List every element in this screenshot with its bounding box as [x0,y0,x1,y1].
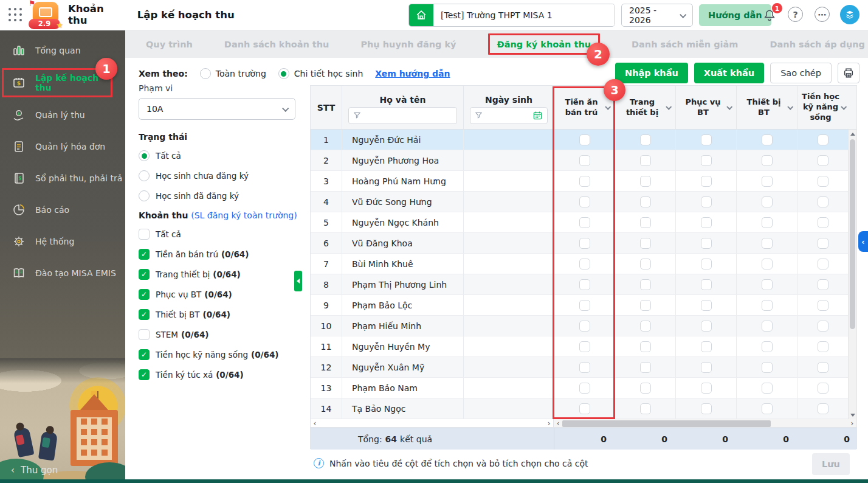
fee-checkbox[interactable] [701,383,712,394]
filter-panel-collapse-handle[interactable] [294,271,302,291]
tab-danh-sach-chinh-sach-gia[interactable]: Danh sách áp dụng chính sách giá [770,40,868,49]
tab-danh-sach-khoan-thu[interactable]: Danh sách khoản thu [224,40,329,49]
fee-checkbox[interactable] [579,300,590,311]
notifications-bell-icon[interactable]: 1 [761,7,778,24]
fee-checkbox[interactable] [579,321,590,332]
fee-checkbox[interactable] [579,217,590,228]
table-row[interactable]: 5Nguyễn Ngọc Khánh [311,212,856,233]
school-year-select[interactable]: 2025 - 2026 [621,4,693,27]
more-options-icon[interactable]: ⋯ [815,7,830,22]
fee-checkbox[interactable] [701,134,712,145]
app-launcher-icon[interactable] [9,8,23,23]
sidebar-collapse-button[interactable]: ‹ Thu gọn [11,465,58,476]
fee-checkbox[interactable] [818,362,828,373]
sidebar-item-so-phai-thu[interactable]: $ Sổ phải thu, phải trả [0,164,125,192]
sidebar-item-lap-ke-hoach-thu[interactable]: $ Lập kế hoạch thu 1 [2,68,112,97]
tab-dang-ky-khoan-thu[interactable]: Đăng ký khoản thu [497,40,591,49]
fee-checkbox[interactable] [762,341,773,352]
fee-checkbox[interactable] [579,155,590,166]
fee-checkbox[interactable] [579,341,590,352]
fee-checkbox-tien-an-ban-tru[interactable]: Tiền ăn bán trú (0/64) [139,249,304,260]
sidebar-item-quan-ly-hoa-don[interactable]: Quản lý hóa đơn [0,133,125,161]
status-radio-da-dang-ky[interactable]: Học sinh đã đăng ký [139,190,304,201]
fee-checkbox[interactable] [818,176,828,187]
fee-checkbox[interactable] [579,196,590,207]
fee-checkbox[interactable] [701,321,712,332]
fee-checkbox[interactable] [818,238,828,249]
fee-checkbox[interactable] [701,259,712,269]
fee-checkbox[interactable] [818,341,828,352]
fee-checkbox[interactable] [579,134,590,145]
table-row[interactable]: 2Nguyễn Phương Hoa [311,150,856,171]
column-header-thiet-bi-bt[interactable]: Thiết bị BT [737,86,797,129]
user-avatar[interactable] [840,5,859,24]
fee-checkbox[interactable] [818,279,828,290]
fee-checkbox[interactable] [701,341,712,352]
fee-checkbox[interactable] [640,403,651,414]
sidebar-item-dao-tao[interactable]: Đào tạo MISA EMIS [0,259,125,287]
status-radio-tat-ca[interactable]: Tất cả [139,150,304,161]
fee-checkbox[interactable] [640,300,651,311]
table-row[interactable]: 12Nguyễn Xuân Mỹ [311,357,856,378]
fee-checkbox[interactable] [762,176,773,187]
sidebar-item-bao-cao[interactable]: Báo cáo [0,196,125,224]
fee-total-link[interactable]: (SL đăng ký toàn trường) [191,210,297,220]
table-row[interactable]: 11Nguyễn Huyền My [311,336,856,357]
fee-checkbox[interactable] [762,134,773,145]
copy-button[interactable]: Sao chép [770,63,832,83]
dob-filter-input[interactable] [470,107,548,124]
fee-checkbox[interactable] [579,383,590,394]
fee-checkbox[interactable] [762,321,773,332]
fee-checkbox[interactable] [701,403,712,414]
fee-checkbox[interactable] [762,362,773,373]
scroll-down-arrow[interactable] [849,411,857,419]
fee-checkbox[interactable] [762,259,773,269]
fee-checkbox-thiet-bi-bt[interactable]: Thiết bị BT (0/64) [139,309,304,320]
fee-checkbox[interactable] [640,383,651,394]
sidebar-item-he-thong[interactable]: Hệ thống [0,228,125,255]
fee-checkbox[interactable] [640,238,651,249]
fee-checkbox[interactable] [701,196,712,207]
fee-checkbox-stem[interactable]: STEM (0/64) [139,329,304,340]
fee-checkbox[interactable] [701,300,712,311]
fee-checkbox[interactable] [640,321,651,332]
fee-checkbox[interactable] [640,196,651,207]
fee-checkbox[interactable] [818,259,828,269]
fee-checkbox[interactable] [701,217,712,228]
fee-checkbox[interactable] [818,383,828,394]
fee-checkbox[interactable] [701,362,712,373]
fee-checkbox-ky-tuc-xa[interactable]: Tiền ký túc xá (0/64) [139,369,304,380]
fee-checkbox[interactable] [579,279,590,290]
help-icon[interactable]: ? [788,7,803,22]
fee-checkbox[interactable] [762,403,773,414]
fee-checkbox[interactable] [640,155,651,166]
fee-checkbox[interactable] [579,238,590,249]
scrollbar-thumb[interactable] [850,139,855,329]
print-button[interactable] [838,63,859,83]
fee-checkbox[interactable] [762,238,773,249]
fee-checkbox[interactable] [762,155,773,166]
fee-checkbox-phuc-vu-bt[interactable]: Phục vụ BT (0/64) [139,289,304,300]
fee-checkbox[interactable] [818,134,828,145]
fee-checkbox[interactable] [701,279,712,290]
fee-checkbox[interactable] [640,279,651,290]
scroll-right-arrow[interactable]: › [848,419,856,428]
right-panel-toggle[interactable]: ‹ [858,231,868,252]
school-picker[interactable] [408,4,615,27]
fee-checkbox-trang-thiet-bi[interactable]: Trang thiết bị (0/64) [139,269,304,280]
name-filter-input[interactable] [348,107,457,124]
table-row[interactable]: 1Nguyễn Đức Hải [311,130,856,150]
view-guide-link[interactable]: Xem hướng dẫn [375,69,450,78]
fee-checkbox[interactable] [818,196,828,207]
export-button[interactable]: Xuất khẩu [694,63,764,83]
fee-checkbox[interactable] [818,155,828,166]
fee-checkbox[interactable] [640,341,651,352]
import-button[interactable]: Nhập khẩu [615,63,688,83]
fee-checkbox[interactable] [579,259,590,269]
scroll-right-arrow[interactable]: › [545,419,553,428]
fee-checkbox[interactable] [762,279,773,290]
table-row[interactable]: 8Phạm Thị Phương Linh [311,274,856,295]
fee-checkbox[interactable] [579,176,590,187]
tab-quy-trinh[interactable]: Quy trình [146,40,193,49]
radio-toan-truong[interactable]: Toàn trường [200,68,266,79]
